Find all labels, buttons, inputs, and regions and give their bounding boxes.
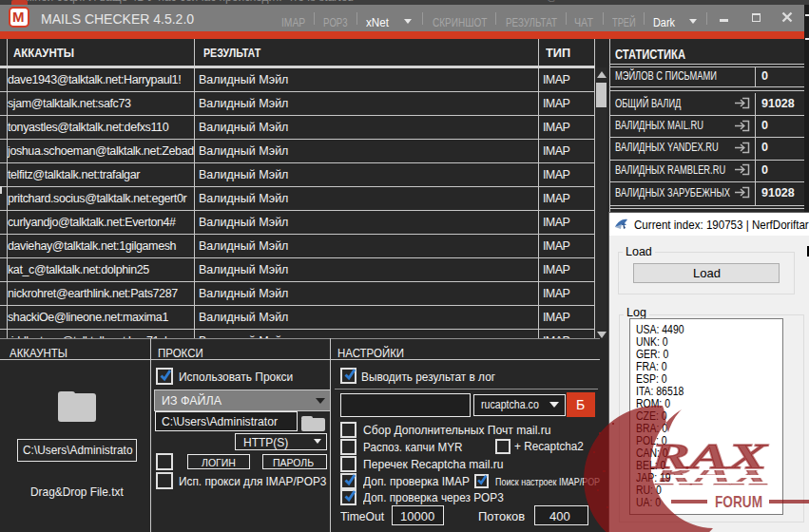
svg-text:FORUM: FORUM bbox=[715, 493, 762, 511]
svg-text:RAX: RAX bbox=[649, 436, 769, 476]
